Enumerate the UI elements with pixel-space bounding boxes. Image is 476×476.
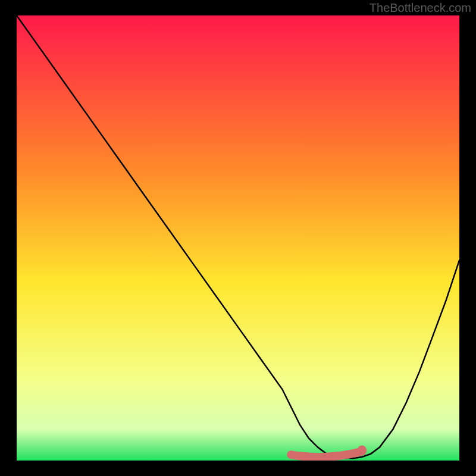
chart-plot-area bbox=[17, 15, 459, 461]
chart-svg bbox=[17, 15, 459, 461]
watermark-text: TheBottleneck.com bbox=[369, 1, 471, 15]
gradient-background bbox=[17, 15, 459, 461]
optimal-point-dot bbox=[357, 446, 367, 455]
